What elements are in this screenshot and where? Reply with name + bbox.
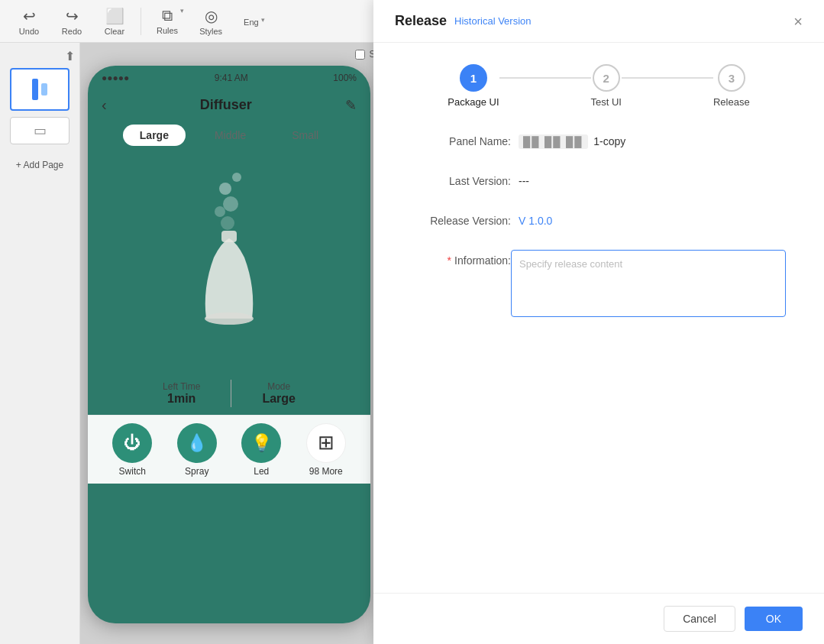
dialog-form: Panel Name: ██ ██ ██ 1-copy Last Version… [373, 123, 824, 593]
cancel-button[interactable]: Cancel [664, 606, 735, 632]
panel-name-value: ██ ██ ██ 1-copy [511, 131, 633, 152]
phone-title: Diffuser [107, 97, 345, 113]
svg-point-2 [223, 196, 238, 212]
phone-battery: 100% [333, 73, 357, 83]
dialog-title: Release [395, 13, 447, 29]
switch-icon: ⏻ [112, 423, 152, 463]
thumb-bar-1 [32, 79, 38, 100]
step-3: 3 Release [713, 64, 750, 108]
steps-container: 1 Package UI 2 Test UI 3 Release [373, 43, 824, 123]
svg-point-4 [221, 216, 234, 230]
undo-button[interactable]: ↩ Undo [9, 4, 49, 39]
phone-bottom-nav: ⏻ Switch 💧 Spray 💡 Led ⊞ 98 More [88, 415, 370, 484]
panel-name-masked: ██ ██ ██ [519, 134, 588, 149]
svg-point-0 [219, 183, 231, 195]
back-button[interactable]: ‹ [102, 96, 107, 114]
nav-more[interactable]: ⊞ 98 More [306, 423, 346, 477]
svg-point-3 [215, 206, 225, 217]
spray-icon: 💧 [177, 423, 217, 463]
clear-icon: ⬜ [105, 7, 124, 25]
rules-dropdown[interactable]: ⧉ Rules [147, 4, 187, 38]
undo-icon: ↩ [23, 7, 36, 25]
release-dialog: Release Historical Version × 1 Package U… [373, 0, 824, 644]
left-sidebar: ⬆ ▭ + Add Page [0, 43, 80, 644]
nav-led-label: Led [254, 466, 269, 477]
page-thumbnail-2[interactable]: ▭ [10, 117, 69, 144]
nav-switch[interactable]: ⏻ Switch [112, 423, 152, 477]
last-version-label: Last Version: [412, 170, 511, 187]
step-3-label: Release [713, 96, 750, 108]
show-all-checkbox[interactable] [355, 50, 365, 60]
left-time-value: 1min [167, 392, 195, 406]
phone-mockup: ●●●●● 9:41 AM 100% ‹ Diffuser ✎ Large Mi… [88, 66, 370, 623]
dialog-close-button[interactable]: × [793, 14, 803, 29]
phone-bottom-stats: Left Time 1min Mode Large [88, 372, 370, 415]
redo-button[interactable]: ↪ Redo [52, 4, 92, 39]
step-2: 2 Test UI [591, 64, 622, 108]
phone-header: ‹ Diffuser ✎ [88, 90, 370, 120]
thumb-icon-symbol: ▭ [34, 122, 47, 139]
dialog-title-area: Release Historical Version [395, 13, 532, 29]
phone-tabs: Large Middle Small [88, 120, 370, 150]
lang-label: Eng [244, 18, 259, 27]
phone-time: 9:41 AM [215, 73, 248, 83]
step-connector-2 [622, 77, 713, 79]
tab-middle[interactable]: Middle [198, 125, 263, 146]
stat-left-time: Left Time 1min [132, 381, 231, 406]
upload-icon[interactable]: ⬆ [65, 49, 75, 63]
tab-large[interactable]: Large [123, 125, 186, 146]
toolbar-divider-1 [141, 8, 141, 35]
nav-spray[interactable]: 💧 Spray [177, 423, 217, 477]
panel-name-copy: 1-copy [593, 135, 625, 147]
release-version-label: Release Version: [412, 210, 511, 227]
nav-switch-label: Switch [119, 466, 146, 477]
information-label: *Information: [412, 250, 511, 267]
step-2-circle: 2 [593, 64, 620, 92]
left-time-label: Left Time [163, 381, 200, 392]
styles-button[interactable]: ◎ Styles [190, 4, 231, 39]
clear-label: Clear [105, 27, 124, 36]
svg-rect-5 [221, 231, 237, 242]
dialog-header: Release Historical Version × [373, 0, 824, 43]
svg-point-1 [232, 173, 241, 182]
led-icon: 💡 [241, 423, 281, 463]
last-version-row: Last Version: --- [412, 170, 786, 192]
undo-label: Undo [19, 27, 39, 36]
release-version-value: V 1.0.0 [511, 210, 560, 231]
page-thumbnail-1[interactable] [10, 68, 69, 111]
phone-status-bar: ●●●●● 9:41 AM 100% [88, 66, 370, 90]
nav-more-label: 98 More [309, 466, 343, 477]
styles-label: Styles [199, 27, 222, 36]
nav-led[interactable]: 💡 Led [241, 423, 281, 477]
required-star: * [448, 254, 451, 267]
step-1: 1 Package UI [448, 64, 499, 108]
stat-mode: Mode Large [231, 381, 326, 406]
dialog-badge: Historical Version [454, 15, 531, 27]
diffuser-illustration [160, 166, 298, 372]
lang-dropdown[interactable]: Eng [234, 13, 268, 30]
edit-button[interactable]: ✎ [345, 97, 357, 114]
svg-point-6 [205, 312, 254, 325]
tab-small[interactable]: Small [275, 125, 335, 146]
step-1-circle: 1 [460, 64, 487, 92]
add-page-button[interactable]: + Add Page [10, 157, 69, 173]
ok-button[interactable]: OK [745, 607, 803, 631]
panel-name-label: Panel Name: [412, 131, 511, 147]
sidebar-top-bar: ⬆ [0, 49, 79, 68]
step-connector-1 [499, 77, 591, 79]
step-1-label: Package UI [448, 96, 499, 108]
mode-label: Mode [267, 381, 290, 392]
panel-name-row: Panel Name: ██ ██ ██ 1-copy [412, 131, 786, 152]
thumb-bar-2 [41, 83, 47, 95]
clear-button[interactable]: ⬜ Clear [95, 4, 134, 39]
redo-label: Redo [62, 27, 82, 36]
step-2-label: Test UI [591, 96, 622, 108]
redo-icon: ↪ [66, 7, 79, 25]
release-version-row: Release Version: V 1.0.0 [412, 210, 786, 231]
phone-signal: ●●●●● [102, 73, 129, 83]
styles-icon: ◎ [205, 7, 218, 25]
nav-spray-label: Spray [185, 466, 208, 477]
add-page-label: + Add Page [16, 160, 63, 170]
information-textarea[interactable] [511, 250, 786, 317]
more-icon: ⊞ [306, 423, 346, 463]
